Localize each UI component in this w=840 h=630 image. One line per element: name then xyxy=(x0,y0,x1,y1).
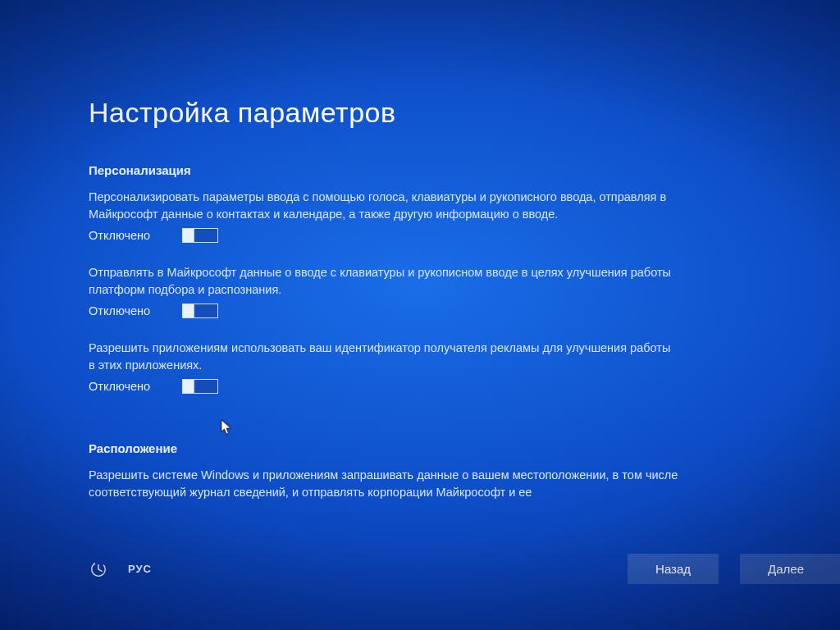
toggle-state-label: Отключено xyxy=(89,380,162,393)
toggle-switch[interactable] xyxy=(182,228,218,243)
toggle-thumb xyxy=(183,380,194,393)
toggle-row-personalization-input: Отключено xyxy=(89,228,758,243)
toggle-thumb xyxy=(183,229,194,242)
toggle-row-advertising-id: Отключено xyxy=(89,379,758,394)
main-content: Настройка параметров Персонализация Перс… xyxy=(89,97,758,506)
toggle-state-label: Отключено xyxy=(89,304,162,317)
toggle-row-typing-data: Отключено xyxy=(89,304,758,318)
footer-bar: РУС Назад Далее xyxy=(0,554,840,584)
toggle-state-label: Отключено xyxy=(89,229,162,242)
setting-desc: Персонализировать параметры ввода с помо… xyxy=(89,189,679,223)
language-indicator[interactable]: РУС xyxy=(128,563,152,575)
toggle-switch[interactable] xyxy=(182,379,218,394)
page-title: Настройка параметров xyxy=(89,97,758,129)
section-header-location: Расположение xyxy=(89,441,758,455)
setting-desc: Разрешить системе Windows и приложениям … xyxy=(89,467,679,501)
setting-desc: Отправлять в Майкрософт данные о вводе с… xyxy=(89,264,679,299)
toggle-switch[interactable] xyxy=(182,304,218,318)
ease-of-access-icon[interactable] xyxy=(89,559,108,579)
setting-desc: Разрешить приложениям использовать ваш и… xyxy=(89,340,679,374)
toggle-thumb xyxy=(183,304,194,317)
back-button[interactable]: Назад xyxy=(628,554,719,584)
next-button[interactable]: Далее xyxy=(740,554,840,584)
section-header-personalization: Персонализация xyxy=(89,163,758,177)
